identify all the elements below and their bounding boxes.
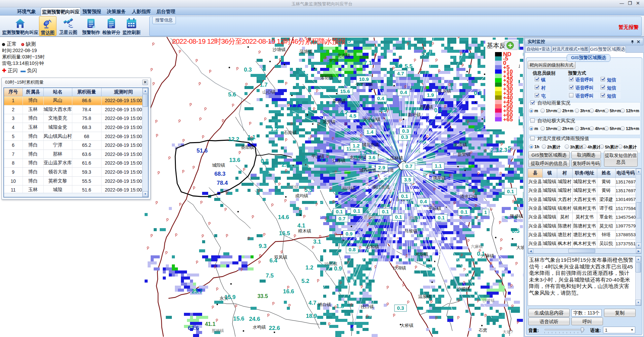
svg-text:1.9: 1.9 — [427, 92, 434, 98]
svg-text:2022-08-19 12时36分至2022-08-19 1: 2022-08-19 12时36分至2022-08-19 12时46分累积降水预… — [172, 37, 346, 45]
svg-text:0.7: 0.7 — [339, 216, 346, 221]
svg-text:0.1: 0.1 — [477, 251, 485, 257]
svg-text:10.9: 10.9 — [359, 76, 369, 82]
svg-text:0.4: 0.4 — [420, 199, 427, 204]
svg-text:基本反: 基本反 — [487, 42, 506, 49]
svg-text:米场镇: 米场镇 — [415, 252, 428, 257]
svg-text:北流镇: 北流镇 — [454, 142, 467, 147]
svg-text:北市镇: 北市镇 — [337, 53, 350, 58]
svg-text:5.9: 5.9 — [394, 63, 403, 69]
svg-text:大坡?: 大坡? — [503, 330, 513, 334]
svg-text:16.5: 16.5 — [279, 230, 290, 237]
svg-text:7.5: 7.5 — [266, 272, 274, 279]
svg-text:水鸣镇: 水鸣镇 — [253, 325, 266, 330]
svg-text:0.8: 0.8 — [474, 90, 482, 96]
svg-text:5.5: 5.5 — [304, 187, 312, 193]
svg-text:0.5: 0.5 — [512, 228, 520, 234]
svg-text:68.3: 68.3 — [214, 171, 225, 177]
svg-text:12.2: 12.2 — [228, 136, 239, 142]
svg-text:7.7: 7.7 — [290, 103, 298, 110]
svg-text:温泉镇: 温泉镇 — [418, 294, 431, 299]
svg-text:1.2: 1.2 — [270, 126, 278, 132]
svg-text:1.4: 1.4 — [367, 129, 374, 135]
svg-text:5.2: 5.2 — [301, 278, 309, 284]
svg-text:2.2: 2.2 — [449, 107, 457, 113]
svg-text:蒲塘镇: 蒲塘镇 — [300, 49, 313, 54]
svg-text:0.1: 0.1 — [353, 208, 361, 214]
svg-text:马坡镇: 马坡镇 — [405, 228, 418, 234]
svg-text:1.2: 1.2 — [353, 143, 360, 149]
svg-text:2.5: 2.5 — [299, 155, 307, 161]
svg-text:6.4: 6.4 — [269, 257, 277, 264]
svg-text:清水口镇: 清水口镇 — [460, 194, 478, 199]
svg-text:0.9: 0.9 — [346, 231, 353, 237]
svg-text:2.3: 2.3 — [490, 147, 498, 154]
svg-text:卖酒镇: 卖酒镇 — [333, 98, 346, 103]
svg-text:16.6: 16.6 — [283, 288, 294, 295]
svg-text:茂林镇: 茂林镇 — [390, 156, 403, 161]
svg-text:0.9: 0.9 — [334, 265, 342, 272]
svg-text:5.6: 5.6 — [228, 91, 236, 98]
svg-text:18.9: 18.9 — [306, 313, 317, 319]
svg-text:14.6: 14.6 — [278, 214, 289, 220]
svg-text:新桥镇: 新桥镇 — [364, 215, 376, 219]
svg-text:新圩镇: 新圩镇 — [408, 112, 421, 117]
svg-text:0.1: 0.1 — [336, 209, 343, 214]
svg-text:大桥镇: 大桥镇 — [401, 323, 414, 328]
svg-text:1.8: 1.8 — [320, 157, 328, 163]
svg-text:沙湖镇: 沙湖镇 — [393, 265, 406, 270]
svg-text:罗镇: 罗镇 — [409, 216, 417, 220]
svg-text:0.1: 0.1 — [438, 215, 445, 220]
svg-text:西埌镇: 西埌镇 — [420, 104, 433, 110]
svg-text:5.5: 5.5 — [405, 63, 413, 70]
svg-text:那林镇: 那林镇 — [212, 328, 224, 333]
svg-text:葵阳镇: 葵阳镇 — [241, 145, 254, 150]
svg-text:0.3: 0.3 — [402, 128, 409, 134]
svg-text:石南镇: 石南镇 — [284, 130, 297, 135]
svg-text:15.6: 15.6 — [233, 315, 244, 322]
svg-text:3.6: 3.6 — [369, 155, 376, 160]
svg-text:0.1: 0.1 — [461, 209, 468, 215]
svg-text:新荣镇: 新荣镇 — [458, 152, 471, 157]
svg-text:0.6: 0.6 — [474, 126, 482, 132]
svg-text:9.3: 9.3 — [259, 243, 267, 249]
svg-text:1.7: 1.7 — [260, 82, 268, 88]
svg-text:仁厚镇: 仁厚镇 — [332, 158, 346, 163]
svg-text:龙安镇: 龙安镇 — [323, 119, 336, 124]
svg-text:六麻镇: 六麻镇 — [471, 244, 483, 249]
svg-text:1.2: 1.2 — [305, 264, 313, 271]
svg-text:0.1: 0.1 — [382, 209, 389, 214]
svg-text:2.9: 2.9 — [378, 165, 385, 170]
svg-text:41.1: 41.1 — [205, 321, 215, 327]
svg-text:3.1: 3.1 — [313, 239, 321, 245]
svg-text:4.7: 4.7 — [397, 71, 404, 76]
svg-text:1: 1 — [486, 138, 489, 144]
svg-text:径口镇: 径口镇 — [361, 304, 374, 309]
svg-text:78.4: 78.4 — [217, 180, 228, 186]
svg-text:0: 0 — [481, 41, 484, 48]
svg-text:4.1: 4.1 — [297, 222, 305, 229]
svg-text:南江街道: 南江街道 — [373, 184, 390, 189]
svg-text:0.3: 0.3 — [244, 67, 252, 73]
svg-text:23.7: 23.7 — [191, 288, 202, 295]
svg-text:石和镇: 石和镇 — [366, 244, 379, 249]
svg-text:63.6: 63.6 — [188, 325, 199, 331]
svg-text:樟木镇: 樟木镇 — [298, 228, 311, 234]
svg-text:福绵镇: 福绵镇 — [342, 186, 355, 191]
svg-text:1.1: 1.1 — [445, 85, 453, 91]
svg-text:4.7: 4.7 — [308, 300, 316, 306]
svg-text:0.3: 0.3 — [397, 305, 404, 311]
svg-text:塘岸镇: 塘岸镇 — [433, 175, 446, 180]
svg-text:3.5: 3.5 — [379, 107, 387, 113]
svg-text:成均镇: 成均镇 — [287, 184, 299, 189]
svg-text:+65: +65 — [503, 116, 513, 123]
svg-text:山心镇: 山心镇 — [263, 89, 276, 94]
svg-text:24.6: 24.6 — [249, 316, 260, 322]
svg-text:0.3: 0.3 — [401, 134, 408, 140]
svg-text:0.1: 0.1 — [395, 214, 402, 220]
svg-text:城北街道: 城北街道 — [362, 142, 379, 147]
svg-text:沙坡镇: 沙坡镇 — [457, 286, 470, 291]
svg-text:2: 2 — [369, 114, 372, 121]
svg-text:1.1: 1.1 — [248, 134, 256, 140]
svg-text:石窝: 石窝 — [479, 328, 487, 333]
